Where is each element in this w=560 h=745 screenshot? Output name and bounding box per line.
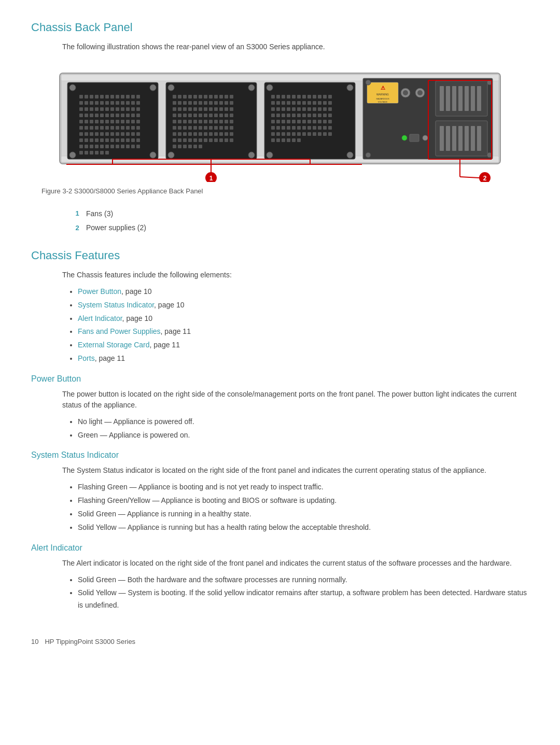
svg-rect-14 [105,95,109,99]
svg-rect-29 [121,101,124,105]
svg-rect-341 [465,86,469,111]
system-status-intro: The System Status indicator is located o… [62,465,529,476]
svg-rect-54 [126,114,130,117]
external-storage-link[interactable]: External Storage Card [78,341,150,349]
svg-text:1: 1 [209,175,213,182]
svg-rect-324 [297,138,301,142]
svg-rect-247 [271,101,275,105]
svg-rect-321 [282,138,285,142]
figure-caption: Figure 3-2 S3000/S8000 Series Appliance … [41,186,203,196]
chassis-feature-item-4: Fans and Power Supplies, page 11 [78,326,529,338]
svg-rect-292 [318,120,321,123]
svg-point-233 [267,152,273,158]
svg-rect-84 [95,132,99,136]
svg-rect-21 [79,101,83,105]
svg-rect-215 [188,138,192,142]
svg-rect-25 [100,101,104,105]
svg-rect-67 [131,120,135,123]
svg-rect-81 [79,132,83,136]
svg-rect-207 [209,132,213,136]
figure-item-2: 2 Power supplies (2) [73,222,529,234]
svg-rect-318 [328,132,332,136]
svg-point-6 [150,85,156,91]
svg-rect-245 [323,95,327,99]
svg-rect-155 [188,107,192,111]
svg-rect-242 [307,95,311,99]
svg-rect-33 [79,107,83,111]
ports-link[interactable]: Ports [78,354,95,362]
chassis-feature-item-1: Power Button, page 10 [78,286,529,298]
svg-rect-88 [116,132,119,136]
svg-rect-306 [328,126,332,130]
footer-product: HP TippingPoint S3000 Series [45,638,135,645]
svg-rect-179 [188,120,192,123]
svg-rect-196 [214,126,218,130]
svg-rect-170 [204,114,207,117]
svg-point-353 [423,135,428,140]
svg-rect-184 [214,120,218,123]
system-status-list: Flashing Green — Appliance is booting an… [78,481,529,533]
svg-rect-287 [292,120,296,123]
system-status-title: System Status Indicator [31,451,529,460]
svg-rect-229 [199,145,202,148]
svg-rect-323 [292,138,296,142]
ports-suffix: , page 11 [95,354,125,362]
svg-rect-138 [225,95,228,99]
svg-rect-156 [193,107,197,111]
alert-indicator-list: Solid Green — Both the hardware and the … [78,574,529,612]
svg-rect-214 [183,138,187,142]
svg-rect-107 [90,145,93,148]
svg-rect-248 [276,101,280,105]
svg-rect-86 [105,132,109,136]
svg-rect-281 [323,114,327,117]
alert-indicator-link[interactable]: Alert Indicator [78,314,122,322]
chassis-features-list: Power Button, page 10 System Status Indi… [78,286,529,365]
svg-rect-149 [219,101,223,105]
svg-text:WARNING: WARNING [376,93,389,96]
svg-rect-43 [131,107,135,111]
svg-rect-175 [230,114,233,117]
svg-rect-277 [302,114,306,117]
svg-rect-241 [302,95,306,99]
power-button-link[interactable]: Power Button [78,287,121,296]
svg-rect-119 [90,151,93,154]
svg-rect-96 [95,138,99,142]
svg-rect-300 [297,126,301,130]
svg-rect-211 [230,132,233,136]
power-button-item-2: Green — Appliance is powered on. [78,429,529,442]
svg-rect-16 [116,95,119,99]
system-status-link[interactable]: System Status Indicator [78,301,154,309]
svg-rect-260 [276,107,280,111]
svg-text:VOLTAGE: VOLTAGE [378,101,388,103]
svg-rect-169 [199,114,202,117]
intro-text: The following illustration shows the rea… [62,41,529,52]
svg-rect-139 [230,95,233,99]
svg-rect-288 [297,120,301,123]
figure-items-list: 1 Fans (3) 2 Power supplies (2) [73,208,529,235]
svg-rect-176 [173,120,176,123]
svg-rect-251 [292,101,296,105]
svg-rect-76 [116,126,119,130]
svg-rect-202 [183,132,187,136]
svg-rect-198 [225,126,228,130]
svg-rect-97 [100,138,104,142]
svg-rect-274 [287,114,290,117]
svg-rect-297 [282,126,285,130]
svg-rect-158 [204,107,207,111]
svg-point-354 [366,80,371,85]
svg-rect-109 [100,145,104,148]
svg-rect-41 [121,107,124,111]
figure-item-2-num: 2 [73,223,82,233]
power-button-intro: The power button is located on the right… [62,389,529,411]
fans-power-link[interactable]: Fans and Power Supplies [78,327,161,335]
svg-rect-238 [287,95,290,99]
svg-rect-45 [79,114,83,117]
svg-rect-34 [85,107,88,111]
external-storage-suffix: , page 11 [150,341,180,349]
svg-rect-199 [230,126,233,130]
svg-rect-98 [105,138,109,142]
svg-rect-228 [193,145,197,148]
svg-rect-218 [204,138,207,142]
figure-container: /* rendered below */ [31,63,529,202]
svg-rect-147 [209,101,213,105]
